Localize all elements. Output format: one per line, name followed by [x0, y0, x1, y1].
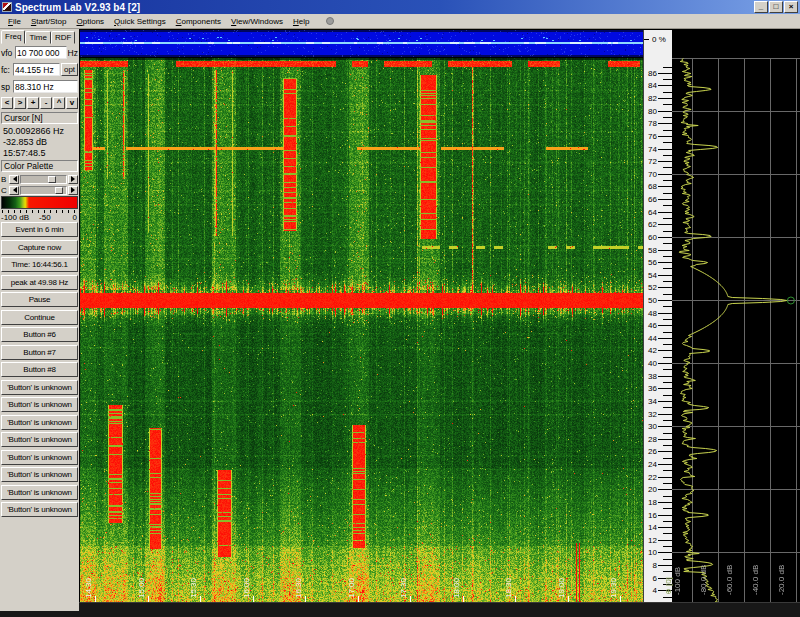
- menu-item-quick-settings[interactable]: Quick Settings: [109, 17, 171, 26]
- vfo-row: vfo Hz: [1, 46, 78, 59]
- freq-tick-label: 10: [644, 549, 657, 557]
- palette-scale: -100 dB -50 0: [1, 213, 78, 222]
- freq-tick: [663, 268, 672, 269]
- nav-button-up[interactable]: ^: [53, 97, 65, 109]
- freq-tick-label: 32: [644, 411, 657, 419]
- freq-tick-label: 74: [644, 146, 657, 154]
- action-button-9[interactable]: Button #8: [1, 362, 78, 377]
- slider-b-label: B: [1, 175, 8, 184]
- freq-tick: [658, 590, 672, 591]
- tab-rdf[interactable]: RDF: [51, 31, 75, 44]
- freq-tick: [663, 79, 672, 80]
- freq-tick: [663, 546, 672, 547]
- action-button-6[interactable]: Continue: [1, 310, 78, 325]
- action-button-11[interactable]: 'Button' is unknown: [1, 397, 78, 412]
- action-button-16[interactable]: 'Button' is unknown: [1, 485, 78, 500]
- freq-tick-label: 52: [644, 284, 657, 292]
- freq-tick-label: 70: [644, 171, 657, 179]
- nav-button-left[interactable]: <: [1, 97, 13, 109]
- action-button-1[interactable]: Event in 6 min: [1, 222, 78, 237]
- tab-freq[interactable]: Freq: [1, 30, 25, 44]
- action-button-10[interactable]: 'Button' is unknown: [1, 380, 78, 395]
- slider-b-track[interactable]: [20, 175, 67, 184]
- freq-tick: [658, 149, 672, 150]
- action-button-3[interactable]: Time: 16:44:56.1: [1, 257, 78, 272]
- menu-item-start-stop[interactable]: Start/Stop: [26, 17, 72, 26]
- close-button[interactable]: ×: [784, 1, 798, 13]
- action-button-13[interactable]: 'Button' is unknown: [1, 432, 78, 447]
- freq-tick: [658, 313, 672, 314]
- amplitude-scale-label: 0 %: [652, 35, 666, 44]
- action-button-15[interactable]: 'Button' is unknown: [1, 467, 78, 482]
- slider-c-left-arrow-icon[interactable]: [9, 186, 19, 195]
- opt-button[interactable]: opt: [61, 63, 78, 76]
- nav-button-right[interactable]: >: [14, 97, 26, 109]
- freq-tick: [658, 85, 672, 86]
- nav-button-down[interactable]: v: [66, 97, 78, 109]
- action-button-8[interactable]: Button #7: [1, 345, 78, 360]
- fc-label: fc:: [1, 65, 12, 75]
- freq-tick: [663, 130, 672, 131]
- freq-tick: [658, 426, 672, 427]
- freq-tick: [658, 325, 672, 326]
- slider-b-thumb[interactable]: [48, 176, 56, 183]
- freq-tick-label: 26: [644, 448, 657, 456]
- freq-tick: [658, 186, 672, 187]
- freq-tick: [663, 167, 672, 168]
- freq-tick: [658, 224, 672, 225]
- cursor-panel-title: Cursor [N]: [1, 112, 78, 124]
- slider-c-right-arrow-icon[interactable]: [68, 186, 78, 195]
- menu-item-file[interactable]: File: [3, 17, 26, 26]
- action-button-17[interactable]: 'Button' is unknown: [1, 502, 78, 517]
- freq-tick-label: 38: [644, 373, 657, 381]
- action-button-14[interactable]: 'Button' is unknown: [1, 450, 78, 465]
- action-button-4[interactable]: peak at 49.98 Hz: [1, 275, 78, 290]
- tab-time[interactable]: Time: [25, 31, 50, 44]
- freq-tick: [658, 401, 672, 402]
- sp-input[interactable]: [13, 80, 78, 93]
- cursor-frequency: 50.0092866 Hz: [3, 126, 64, 136]
- freq-tick: [658, 527, 672, 528]
- fc-input[interactable]: [13, 63, 60, 76]
- spectrum-graph[interactable]: [672, 30, 800, 602]
- freq-tick: [663, 584, 672, 585]
- action-button-7[interactable]: Button #6: [1, 327, 78, 342]
- freq-tick-label: 82: [644, 95, 657, 103]
- freq-tick: [658, 489, 672, 490]
- menu-item-view-windows[interactable]: View/Windows: [226, 17, 288, 26]
- slider-c-thumb[interactable]: [55, 187, 63, 194]
- freq-tick-label: 18: [644, 499, 657, 507]
- freq-tick: [663, 407, 672, 408]
- freq-tick: [658, 161, 672, 162]
- menu-item-options[interactable]: Options: [72, 17, 110, 26]
- freq-tick: [658, 250, 672, 251]
- nav-button-plus[interactable]: +: [27, 97, 39, 109]
- action-button-12[interactable]: 'Button' is unknown: [1, 415, 78, 430]
- freq-tick-label: 36: [644, 385, 657, 393]
- freq-tick: [663, 496, 672, 497]
- vfo-input[interactable]: [15, 46, 67, 59]
- freq-tick: [658, 439, 672, 440]
- nav-button-minus[interactable]: -: [40, 97, 52, 109]
- minimize-button[interactable]: _: [754, 1, 768, 13]
- freq-tick: [663, 597, 672, 598]
- waterfall-display[interactable]: [80, 58, 643, 602]
- freq-tick-label: 6: [644, 575, 657, 583]
- action-button-2[interactable]: Capture now: [1, 240, 78, 255]
- maximize-button[interactable]: □: [769, 1, 783, 13]
- slider-b-left-arrow-icon[interactable]: [9, 175, 19, 184]
- freq-tick-label: 40: [644, 360, 657, 368]
- freq-tick-label: 54: [644, 272, 657, 280]
- freq-tick: [663, 180, 672, 181]
- slider-c-label: C: [1, 186, 8, 195]
- palette-scale-mid: -50: [39, 213, 51, 222]
- action-button-5[interactable]: Pause: [1, 292, 78, 307]
- freq-tick: [663, 395, 672, 396]
- freq-tick-label: 44: [644, 335, 657, 343]
- menu-item-help[interactable]: Help: [288, 17, 314, 26]
- slider-c-track[interactable]: [20, 186, 67, 195]
- brightness-slider-row: B: [1, 174, 78, 184]
- freq-tick: [663, 483, 672, 484]
- slider-b-right-arrow-icon[interactable]: [68, 175, 78, 184]
- menu-item-components[interactable]: Components: [171, 17, 226, 26]
